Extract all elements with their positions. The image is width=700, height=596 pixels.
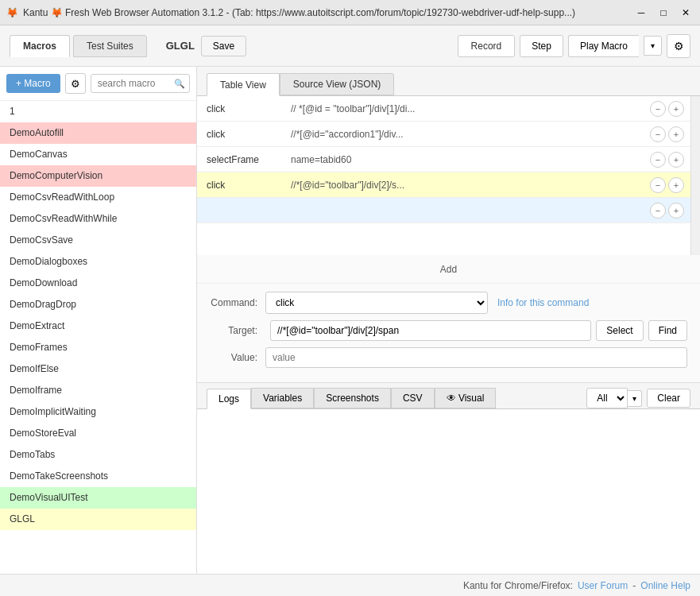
all-dropdown: All ▾ — [586, 388, 642, 408]
scrollbar-track[interactable] — [690, 96, 700, 255]
command-editor: Command: click Info for this command Tar… — [197, 284, 700, 383]
add-macro-button[interactable]: + Macro — [6, 74, 60, 93]
info-link[interactable]: Info for this command — [497, 297, 589, 308]
macro-item-demotabs[interactable]: DemoTabs — [0, 444, 196, 466]
row-plus-button[interactable]: + — [668, 177, 684, 193]
play-dropdown-button[interactable]: ▾ — [644, 36, 662, 56]
sidebar-settings-button[interactable]: ⚙ — [65, 73, 86, 94]
value-input[interactable] — [265, 347, 687, 368]
row-target: //*[@id="accordion1"]/div... — [284, 129, 644, 140]
clear-button[interactable]: Clear — [647, 389, 690, 408]
macro-item-demodialogboxes[interactable]: DemoDialogboxes — [0, 251, 196, 273]
row-minus-button[interactable]: − — [650, 126, 666, 142]
titlebar: 🦊 Kantu 🦊 Fresh Web Browser Automation 3… — [0, 0, 700, 25]
kantu-icon: 🦊 — [6, 7, 18, 18]
toolbar-right: Record Step Play Macro ▾ ⚙ — [458, 34, 690, 58]
macro-item-democanvas[interactable]: DemoCanvas — [0, 144, 196, 165]
view-tabs: Table View Source View (JSON) — [197, 67, 700, 96]
macro-item-demodownload[interactable]: DemoDownload — [0, 273, 196, 294]
main-tabs: Macros Test Suites — [10, 35, 147, 57]
tab-logs[interactable]: Logs — [207, 389, 251, 409]
table-scroll-wrap: click // *[@id = "toolbar"]/div[1]/di...… — [197, 96, 700, 255]
row-minus-button[interactable]: − — [650, 177, 666, 193]
macro-item-demoautofill[interactable]: DemoAutofill — [0, 122, 196, 144]
macro-item-demoifelse[interactable]: DemoIfElse — [0, 358, 196, 380]
sidebar: + Macro ⚙ 🔍 1 DemoAutofill DemoCanvas De… — [0, 67, 197, 574]
macro-item-demoextract[interactable]: DemoExtract — [0, 315, 196, 337]
status-separator: - — [632, 580, 636, 591]
tab-visual[interactable]: 👁 Visual — [435, 388, 497, 408]
sidebar-toolbar: + Macro ⚙ 🔍 — [0, 67, 196, 101]
row-actions: − + — [644, 152, 690, 168]
row-plus-button[interactable]: + — [668, 203, 684, 219]
top-toolbar: Macros Test Suites GLGL Save Record Step… — [0, 25, 700, 67]
record-button[interactable]: Record — [458, 35, 516, 57]
command-select[interactable]: click — [265, 292, 488, 314]
macro-item-democsvsave[interactable]: DemoCsvSave — [0, 230, 196, 251]
status-text: Kantu for Chrome/Firefox: — [463, 580, 573, 591]
add-row[interactable]: Add — [197, 255, 700, 284]
macro-item-1[interactable]: 1 — [0, 101, 196, 122]
value-row: Value: — [210, 347, 687, 368]
maximize-button[interactable]: □ — [656, 5, 671, 21]
row-command: click — [197, 180, 284, 191]
select-button[interactable]: Select — [596, 320, 643, 341]
settings-button[interactable]: ⚙ — [667, 34, 690, 58]
macro-item-democomputervision[interactable]: DemoComputerVision — [0, 165, 196, 187]
main-content: + Macro ⚙ 🔍 1 DemoAutofill DemoCanvas De… — [0, 67, 700, 574]
target-row: Target: Select Find — [210, 320, 687, 341]
macro-item-demovisualuitest[interactable]: DemoVisualUITest — [0, 487, 196, 509]
play-macro-button[interactable]: Play Macro — [568, 35, 639, 57]
macro-item-demoiframe[interactable]: DemoIframe — [0, 380, 196, 401]
logs-tabs: Logs Variables Screenshots CSV 👁 Visual … — [197, 383, 700, 409]
tab-test-suites[interactable]: Test Suites — [73, 35, 147, 57]
online-help-link[interactable]: Online Help — [640, 580, 690, 591]
row-target: //*[@id="toolbar"]/div[2]/s... — [284, 180, 644, 191]
macro-item-demostoreeval[interactable]: DemoStoreEval — [0, 423, 196, 444]
find-button[interactable]: Find — [648, 320, 687, 341]
tab-csv[interactable]: CSV — [391, 388, 435, 408]
command-row: Command: click Info for this command — [210, 292, 687, 314]
table-row: click //*[@id="accordion1"]/div... − + — [197, 122, 690, 147]
macro-item-demodragdrop[interactable]: DemoDragDrop — [0, 294, 196, 315]
tab-screenshots[interactable]: Screenshots — [314, 388, 391, 408]
macro-item-democsvreadwithloop[interactable]: DemoCsvReadWithLoop — [0, 187, 196, 208]
macro-item-democsvreadwithwhile[interactable]: DemoCsvReadWithWhile — [0, 208, 196, 230]
user-forum-link[interactable]: User Forum — [578, 580, 628, 591]
row-minus-button[interactable]: − — [650, 101, 666, 117]
row-minus-button[interactable]: − — [650, 152, 666, 168]
step-button[interactable]: Step — [520, 35, 563, 57]
table-area: click // *[@id = "toolbar"]/div[1]/di...… — [197, 96, 700, 574]
table-row: click // *[@id = "toolbar"]/div[1]/di...… — [197, 96, 690, 122]
all-dropdown-arrow[interactable]: ▾ — [628, 390, 642, 407]
macro-item-demotakescreenshots[interactable]: DemoTakeScreenshots — [0, 466, 196, 487]
commands-table: click // *[@id = "toolbar"]/div[1]/di...… — [197, 96, 690, 255]
macro-item-glgl[interactable]: GLGL — [0, 509, 196, 530]
row-plus-button[interactable]: + — [668, 101, 684, 117]
table-row-empty: − + — [197, 198, 690, 223]
close-button[interactable]: ✕ — [678, 5, 694, 21]
tab-table-view[interactable]: Table View — [207, 73, 280, 96]
tab-source-view[interactable]: Source View (JSON) — [280, 73, 394, 95]
macro-item-demoimplicitwaiting[interactable]: DemoImplicitWaiting — [0, 401, 196, 423]
save-button[interactable]: Save — [201, 36, 246, 56]
all-select[interactable]: All — [586, 388, 628, 408]
row-command: selectFrame — [197, 154, 284, 165]
tab-variables[interactable]: Variables — [251, 388, 314, 408]
row-command: click — [197, 129, 284, 140]
row-plus-button[interactable]: + — [668, 152, 684, 168]
row-actions: − + — [644, 126, 690, 142]
add-button[interactable]: Add — [421, 261, 476, 278]
row-command: click — [197, 103, 284, 114]
target-input[interactable] — [270, 320, 591, 341]
macro-item-demoframes[interactable]: DemoFrames — [0, 337, 196, 358]
minimize-button[interactable]: ─ — [633, 5, 649, 21]
logs-section: Logs Variables Screenshots CSV 👁 Visual … — [197, 383, 700, 574]
search-icon: 🔍 — [174, 79, 185, 89]
row-plus-button[interactable]: + — [668, 126, 684, 142]
tab-macros[interactable]: Macros — [10, 35, 70, 57]
row-minus-button[interactable]: − — [650, 203, 666, 219]
table-row-highlighted: click //*[@id="toolbar"]/div[2]/s... − + — [197, 172, 690, 198]
value-label: Value: — [210, 352, 265, 363]
current-macro-name: GLGL — [166, 40, 195, 52]
